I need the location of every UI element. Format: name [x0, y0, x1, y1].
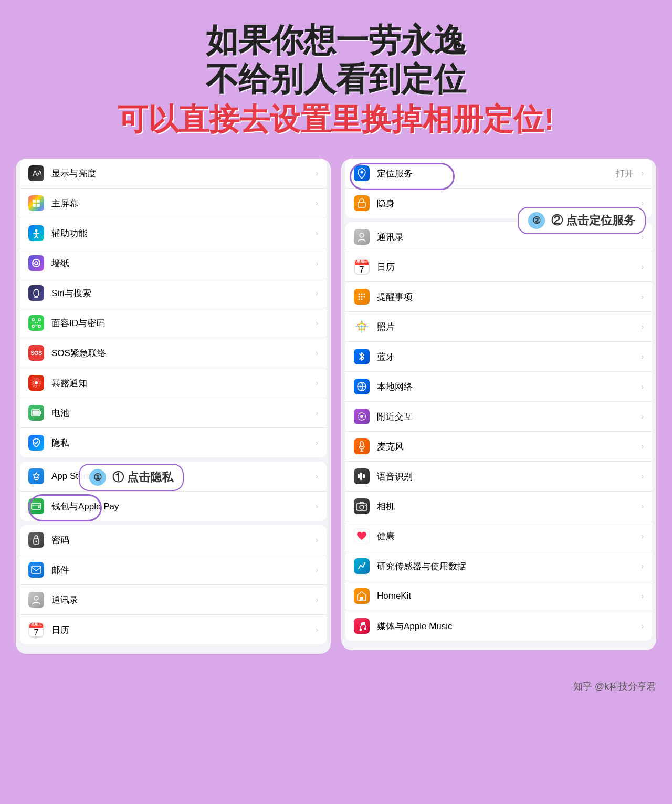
contacts-chevron: › [316, 596, 318, 604]
music-icon [354, 618, 370, 634]
faceid-label: 面容ID与密码 [51, 317, 311, 329]
speechrecog-label: 语音识别 [377, 471, 637, 483]
contacts2-chevron: › [641, 233, 644, 241]
exposure-row[interactable]: 暴露通知 › [20, 368, 327, 398]
battery-chevron: › [316, 409, 318, 417]
svg-point-16 [34, 289, 39, 297]
header-line3: 可以直接去设置里换掉相册定位! [32, 99, 640, 139]
faceid-icon [28, 315, 44, 331]
exposure-label: 暴露通知 [51, 377, 311, 389]
svg-point-44 [359, 296, 360, 298]
content-area: AA 显示与亮度 › 主屏幕 › [0, 154, 672, 675]
mail-icon [28, 562, 44, 578]
svg-rect-55 [360, 442, 363, 447]
faceid-chevron: › [316, 319, 318, 327]
header-line1: 如果你想一劳永逸 [32, 21, 640, 60]
faceid-row[interactable]: 面容ID与密码 › [20, 308, 327, 338]
svg-rect-1 [33, 200, 36, 203]
bluetooth-row[interactable]: 蓝牙 › [345, 342, 652, 372]
badge-1: ① [89, 469, 106, 486]
calendar-icon: 星期三 7 [28, 622, 44, 638]
microphone-row[interactable]: 麦克风 › [345, 432, 652, 462]
svg-point-41 [359, 294, 360, 295]
siri-row[interactable]: Siri与搜索 › [20, 278, 327, 308]
photos-row[interactable]: 照片 › [345, 312, 652, 342]
calendar2-row[interactable]: 星期三 7 日历 › [345, 252, 652, 282]
battery-label: 电池 [51, 407, 311, 419]
health-row[interactable]: 健康 › [345, 521, 652, 551]
svg-point-47 [359, 299, 360, 300]
privacy-row[interactable]: 隐私 › [20, 428, 327, 457]
display-icon: AA [28, 165, 44, 181]
contacts-row[interactable]: 通讯录 › [20, 585, 327, 615]
nearby-row[interactable]: 附近交互 › [345, 402, 652, 432]
research-row[interactable]: 研究传感器与使用数据 › [345, 551, 652, 581]
svg-rect-2 [37, 200, 40, 203]
passwords-label: 密码 [51, 534, 311, 546]
contacts2-icon [354, 229, 370, 245]
wallet-row[interactable]: 钱包与Apple Pay › [20, 492, 327, 521]
homescreen-chevron: › [316, 199, 318, 207]
svg-rect-39 [358, 202, 365, 207]
microphone-label: 麦克风 [377, 441, 637, 453]
wallpaper-row[interactable]: 墙纸 › [20, 248, 327, 278]
svg-point-40 [360, 233, 364, 237]
camera-label: 相机 [377, 500, 637, 513]
svg-point-67 [360, 629, 362, 631]
calendar2-chevron: › [641, 263, 644, 271]
homekit-label: HomeKit [377, 591, 637, 601]
annotation-privacy-text: ① 点击隐私 [112, 469, 173, 485]
hidden-chevron: › [641, 199, 644, 207]
music-chevron: › [641, 622, 644, 630]
hidden-icon [354, 195, 370, 211]
svg-rect-58 [358, 474, 360, 478]
svg-rect-19 [32, 319, 34, 321]
svg-point-63 [365, 505, 366, 506]
microphone-chevron: › [641, 442, 644, 451]
health-icon [354, 528, 370, 544]
reminders-row[interactable]: 提醒事项 › [345, 282, 652, 312]
contacts-label: 通讯录 [51, 594, 311, 606]
calendar-row[interactable]: 星期三 7 日历 › [20, 615, 327, 644]
badge-2: ② [528, 212, 545, 229]
svg-point-11 [35, 262, 38, 265]
nearby-icon [354, 409, 370, 424]
location-row[interactable]: 定位服务 打开 › [345, 159, 652, 189]
health-label: 健康 [377, 530, 637, 542]
calendar-chevron: › [316, 625, 318, 634]
display-label: 显示与亮度 [51, 168, 311, 180]
exposure-chevron: › [316, 379, 318, 387]
display-row[interactable]: AA 显示与亮度 › [20, 159, 327, 189]
camera-row[interactable]: 相机 › [345, 492, 652, 521]
localnetwork-label: 本地网络 [377, 381, 637, 393]
speechrecog-row[interactable]: 语音识别 › [345, 462, 652, 492]
bluetooth-icon [354, 349, 370, 364]
watermark-text: 知乎 @k科技分享君 [573, 681, 656, 692]
svg-point-62 [360, 505, 364, 509]
annotation-location-text: ② 点击定位服务 [551, 213, 635, 228]
homescreen-row[interactable]: 主屏幕 › [20, 189, 327, 218]
speechrecog-chevron: › [641, 472, 644, 481]
sos-chevron: › [316, 349, 318, 357]
sos-row[interactable]: SOS SOS紧急联络 › [20, 338, 327, 368]
passwords-row[interactable]: 密码 › [20, 525, 327, 555]
location-icon [354, 165, 370, 181]
mail-row[interactable]: 邮件 › [20, 555, 327, 585]
homekit-chevron: › [641, 592, 644, 600]
accessibility-row[interactable]: 辅助功能 › [20, 218, 327, 248]
privacy-icon [28, 435, 44, 451]
annotation-privacy: ① ① 点击隐私 [79, 464, 184, 491]
svg-point-46 [364, 296, 365, 298]
location-label: 定位服务 [377, 168, 616, 180]
homekit-row[interactable]: HomeKit › [345, 581, 652, 611]
passwords-chevron: › [316, 536, 318, 544]
localnetwork-row[interactable]: 本地网络 › [345, 372, 652, 402]
svg-point-35 [36, 541, 37, 542]
appstore-chevron: › [316, 472, 318, 481]
music-row[interactable]: 媒体与Apple Music › [345, 611, 652, 641]
header: 如果你想一劳永逸 不给别人看到定位 可以直接去设置里换掉相册定位! [0, 0, 672, 154]
photos-label: 照片 [377, 321, 637, 333]
accessibility-label: 辅助功能 [51, 227, 311, 239]
homekit-icon [354, 588, 370, 604]
battery-row[interactable]: 电池 › [20, 398, 327, 428]
